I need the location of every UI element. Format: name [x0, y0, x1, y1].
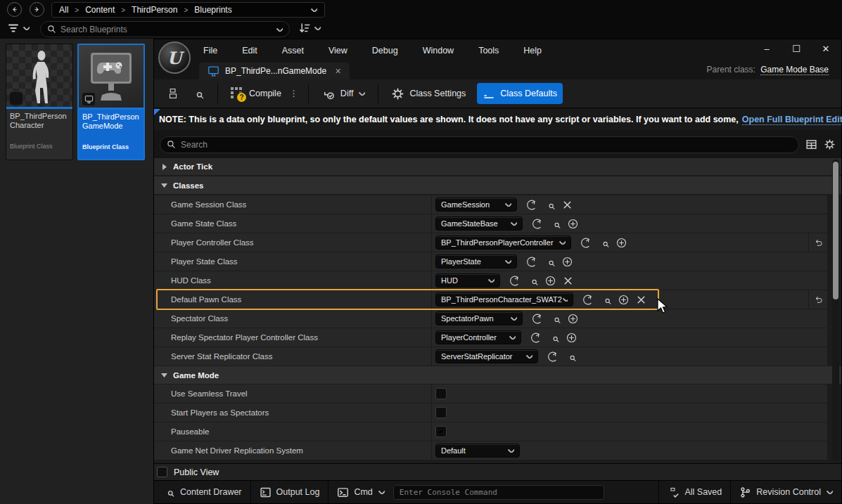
- spectator-class-dropdown[interactable]: SpectatorPawn: [435, 311, 523, 325]
- menu-tools[interactable]: Tools: [476, 44, 502, 57]
- details-settings-gear-icon[interactable]: [824, 138, 836, 150]
- add-icon[interactable]: [561, 256, 573, 268]
- menu-view[interactable]: View: [326, 44, 350, 57]
- maximize-button[interactable]: ☐: [791, 44, 802, 54]
- pauseable-checkbox[interactable]: [435, 426, 447, 437]
- save-button[interactable]: [161, 83, 185, 104]
- scrollbar-thumb[interactable]: [833, 162, 838, 299]
- class-defaults-button[interactable]: Class Defaults: [477, 83, 563, 104]
- clear-icon[interactable]: [561, 199, 573, 211]
- filter-button[interactable]: [7, 22, 30, 34]
- server-stat-replicator-class-dropdown[interactable]: ServerStatReplicator: [435, 349, 538, 363]
- all-saved-button[interactable]: All Saved: [659, 481, 730, 503]
- person-icon: [12, 94, 20, 103]
- content-drawer-button[interactable]: Content Drawer: [154, 481, 250, 503]
- reset-to-default-icon[interactable]: [813, 295, 824, 305]
- browse-to-asset-button[interactable]: [185, 83, 210, 104]
- minimize-button[interactable]: –: [761, 44, 772, 54]
- add-icon[interactable]: [566, 332, 578, 344]
- breadcrumb-item-all[interactable]: All: [59, 5, 68, 15]
- menu-asset[interactable]: Asset: [279, 44, 307, 57]
- use-asset-icon[interactable]: [526, 199, 538, 211]
- use-asset-icon[interactable]: [509, 275, 521, 287]
- breadcrumb-item-blueprints[interactable]: Blueprints: [194, 5, 231, 15]
- forward-button[interactable]: [30, 2, 44, 17]
- content-browser-search-input[interactable]: [60, 25, 272, 34]
- browse-icon[interactable]: [527, 275, 539, 287]
- browse-icon[interactable]: [565, 351, 577, 363]
- blueprint-color-strip: [6, 107, 72, 109]
- use-asset-icon[interactable]: [547, 351, 559, 363]
- blueprint-color-strip: [79, 108, 143, 110]
- breadcrumb[interactable]: All > Content > ThirdPerson > Blueprints: [51, 2, 325, 18]
- add-icon[interactable]: [544, 275, 556, 287]
- row-server-stat-replicator-class: Server Stat Replicator Class ServerStatR…: [154, 347, 827, 366]
- compile-options-kebab-icon[interactable]: ⋮: [287, 89, 301, 98]
- person-badge: [10, 92, 23, 105]
- breadcrumb-item-content[interactable]: Content: [85, 5, 115, 15]
- section-classes[interactable]: Classes: [154, 176, 841, 194]
- details-search-input[interactable]: [181, 140, 792, 150]
- diff-button[interactable]: Diff: [316, 83, 371, 104]
- use-seamless-travel-checkbox[interactable]: [435, 388, 447, 399]
- browse-icon[interactable]: [544, 256, 556, 268]
- use-asset-icon[interactable]: [532, 313, 544, 325]
- menu-file[interactable]: File: [200, 44, 220, 57]
- browse-icon[interactable]: [548, 332, 560, 344]
- player-controller-class-dropdown[interactable]: BP_ThirdPersonPlayerController: [435, 235, 571, 250]
- asset-card-bp-thirdpersongamemode[interactable]: BP_ThirdPerson GameMode Blueprint Class: [77, 44, 145, 160]
- parent-class-link[interactable]: Game Mode Base: [760, 65, 829, 75]
- tab-close-icon[interactable]: ✕: [332, 67, 341, 76]
- hud-class-dropdown[interactable]: HUD: [435, 273, 500, 287]
- close-button[interactable]: ✕: [820, 44, 831, 54]
- open-full-blueprint-editor-link[interactable]: Open Full Blueprint Editor: [742, 115, 842, 125]
- browse-icon[interactable]: [549, 313, 561, 325]
- use-asset-icon[interactable]: [532, 218, 544, 230]
- chevron-down-icon: [509, 335, 516, 340]
- player-state-class-dropdown[interactable]: PlayerState: [435, 254, 517, 269]
- browse-icon[interactable]: [549, 218, 561, 230]
- branch-icon: [739, 486, 751, 498]
- menu-window[interactable]: Window: [420, 44, 457, 57]
- section-actor-tick[interactable]: Actor Tick: [154, 158, 841, 175]
- output-log-button[interactable]: Output Log: [251, 481, 328, 503]
- breadcrumb-item-thirdperson[interactable]: ThirdPerson: [132, 5, 177, 15]
- breadcrumb-chevron-down-icon[interactable]: [310, 8, 317, 12]
- start-players-as-spectators-checkbox[interactable]: [435, 407, 447, 418]
- browse-icon[interactable]: [544, 199, 556, 211]
- cmd-button[interactable]: Cmd: [328, 481, 393, 503]
- content-browser-search[interactable]: [40, 21, 290, 37]
- back-button[interactable]: [7, 2, 22, 17]
- display-options-table-icon[interactable]: [805, 138, 817, 150]
- add-icon[interactable]: [567, 218, 579, 230]
- menu-debug[interactable]: Debug: [369, 44, 401, 57]
- reset-to-default-icon[interactable]: [813, 238, 824, 248]
- search-chevron-down-icon[interactable]: [276, 27, 283, 32]
- use-asset-icon[interactable]: [580, 237, 592, 249]
- tab-bp-thirdpersongamemode[interactable]: BP_ThirdPe...nGameMode ✕: [199, 63, 350, 79]
- menu-help[interactable]: Help: [521, 44, 544, 57]
- details-scrollbar[interactable]: [832, 160, 839, 462]
- browse-icon[interactable]: [598, 237, 610, 249]
- clear-icon[interactable]: [562, 275, 574, 287]
- section-game-mode[interactable]: Game Mode: [154, 366, 841, 384]
- revision-control-button[interactable]: Revision Control: [731, 481, 841, 503]
- use-asset-icon[interactable]: [530, 332, 542, 344]
- use-asset-icon[interactable]: [526, 256, 538, 268]
- replay-spectator-player-controller-class-dropdown[interactable]: PlayerController: [435, 330, 521, 344]
- menu-edit[interactable]: Edit: [239, 44, 260, 57]
- note-text: NOTE: This is a data only blueprint, so …: [159, 115, 739, 124]
- console-command-input[interactable]: [393, 485, 604, 500]
- add-icon[interactable]: [567, 313, 579, 325]
- public-view-checkbox[interactable]: [157, 467, 167, 477]
- game-net-driver-replication-system-dropdown[interactable]: Default: [435, 444, 520, 458]
- sort-button[interactable]: [298, 22, 321, 34]
- game-state-class-dropdown[interactable]: GameStateBase: [435, 217, 523, 231]
- game-session-class-dropdown[interactable]: GameSession: [435, 198, 517, 212]
- asset-card-bp-thirdpersoncharacter[interactable]: BP_ThirdPerson Character Blueprint Class: [6, 44, 73, 160]
- class-settings-button[interactable]: Class Settings: [385, 83, 471, 104]
- chevron-down-icon: [559, 240, 566, 245]
- add-icon[interactable]: [615, 237, 627, 249]
- details-search[interactable]: [160, 136, 799, 153]
- compile-button[interactable]: ? Compile: [225, 83, 287, 104]
